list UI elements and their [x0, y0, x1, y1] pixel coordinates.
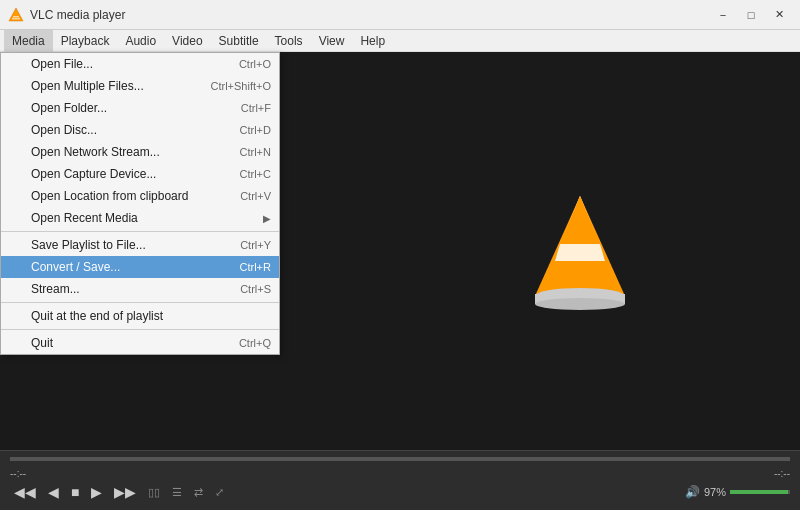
- menu-separator: [1, 231, 279, 232]
- menu-item-open-multiple-files---[interactable]: Open Multiple Files...Ctrl+Shift+O: [1, 75, 279, 97]
- shortcut-label: Ctrl+O: [239, 58, 271, 70]
- shortcut-label: Ctrl+V: [240, 190, 271, 202]
- prev-button[interactable]: ◀: [44, 483, 63, 501]
- total-time: --:--: [774, 468, 790, 479]
- seekbar[interactable]: --:-- --:--: [10, 457, 790, 461]
- menu-item-open-capture-device---[interactable]: Open Capture Device...Ctrl+C: [1, 163, 279, 185]
- shortcut-label: Ctrl+C: [240, 168, 271, 180]
- menu-item-open-file---[interactable]: Open File...Ctrl+O: [1, 53, 279, 75]
- volume-slider[interactable]: [730, 490, 790, 494]
- volume-area: 🔊 97%: [685, 485, 790, 499]
- shortcut-label: Ctrl+Y: [240, 239, 271, 251]
- frame-button[interactable]: ▯▯: [144, 484, 164, 501]
- menu-item-stream---[interactable]: Stream...Ctrl+S: [1, 278, 279, 300]
- clipboard-icon: [9, 188, 25, 204]
- menu-item-save-playlist-to-file---[interactable]: Save Playlist to File...Ctrl+Y: [1, 234, 279, 256]
- menu-item-open-disc---[interactable]: Open Disc...Ctrl+D: [1, 119, 279, 141]
- svg-rect-1: [13, 16, 19, 18]
- vlc-icon: [8, 7, 24, 23]
- menu-item-label: Open Network Stream...: [31, 145, 160, 159]
- shortcut-label: Ctrl+S: [240, 283, 271, 295]
- main-content: Open File...Ctrl+OOpen Multiple Files...…: [0, 52, 800, 450]
- menu-item-label: Stream...: [31, 282, 80, 296]
- menubar-item-media[interactable]: Media: [4, 30, 53, 52]
- prev-chapter-button[interactable]: ◀◀: [10, 483, 40, 501]
- menu-item-open-folder---[interactable]: Open Folder...Ctrl+F: [1, 97, 279, 119]
- titlebar: VLC media player − □ ✕: [0, 0, 800, 30]
- shortcut-label: Ctrl+Shift+O: [210, 80, 271, 92]
- menu-item-label: Open File...: [31, 57, 93, 71]
- volume-fill: [730, 490, 788, 494]
- stream-icon: [9, 281, 25, 297]
- svg-marker-7: [552, 261, 608, 271]
- files-icon: [9, 78, 25, 94]
- svg-point-10: [535, 298, 625, 310]
- menu-item-open-location-from-clipboard[interactable]: Open Location from clipboardCtrl+V: [1, 185, 279, 207]
- menu-item-label: Open Recent Media: [31, 211, 138, 225]
- playlist-button[interactable]: ☰: [168, 484, 186, 501]
- menu-item-label: Open Capture Device...: [31, 167, 156, 181]
- shortcut-label: Ctrl+N: [240, 146, 271, 158]
- shortcut-label: Ctrl+R: [240, 261, 271, 273]
- close-button[interactable]: ✕: [766, 4, 792, 26]
- play-button[interactable]: ▶: [87, 483, 106, 501]
- menubar: MediaPlaybackAudioVideoSubtitleToolsView…: [0, 30, 800, 52]
- capture-icon: [9, 166, 25, 182]
- random-button[interactable]: ⤢: [211, 484, 228, 501]
- transport-controls: ◀◀ ◀ ■ ▶ ▶▶ ▯▯ ☰ ⇄ ⤢ 🔊 97%: [0, 479, 800, 501]
- menu-item-open-network-stream---[interactable]: Open Network Stream...Ctrl+N: [1, 141, 279, 163]
- menu-item-open-recent-media[interactable]: Open Recent Media▶: [1, 207, 279, 229]
- recent-icon: [9, 210, 25, 226]
- menu-item-quit-at-the-end-of-playlist[interactable]: Quit at the end of playlist: [1, 305, 279, 327]
- submenu-arrow: ▶: [263, 213, 271, 224]
- menubar-item-audio[interactable]: Audio: [117, 30, 164, 52]
- stop-button[interactable]: ■: [67, 483, 83, 501]
- menu-item-label: Quit at the end of playlist: [31, 309, 163, 323]
- menu-item-label: Save Playlist to File...: [31, 238, 146, 252]
- menu-item-label: Convert / Save...: [31, 260, 120, 274]
- save-icon: [9, 237, 25, 253]
- network-icon: [9, 144, 25, 160]
- vlc-logo: [520, 186, 640, 316]
- file-icon: [9, 56, 25, 72]
- svg-marker-5: [560, 196, 600, 244]
- menubar-item-help[interactable]: Help: [352, 30, 393, 52]
- current-time: --:--: [10, 468, 26, 479]
- controls-bar: --:-- --:-- ◀◀ ◀ ■ ▶ ▶▶ ▯▯ ☰ ⇄ ⤢ 🔊 97%: [0, 450, 800, 510]
- shortcut-label: Ctrl+D: [240, 124, 271, 136]
- next-button[interactable]: ▶▶: [110, 483, 140, 501]
- menu-item-label: Open Folder...: [31, 101, 107, 115]
- window-title: VLC media player: [30, 8, 710, 22]
- window-controls: − □ ✕: [710, 4, 792, 26]
- menu-item-convert---save---[interactable]: Convert / Save...Ctrl+R: [1, 256, 279, 278]
- volume-label: 97%: [704, 486, 726, 498]
- menu-item-quit[interactable]: QuitCtrl+Q: [1, 332, 279, 354]
- menubar-item-view[interactable]: View: [311, 30, 353, 52]
- media-dropdown: Open File...Ctrl+OOpen Multiple Files...…: [0, 52, 280, 355]
- svg-marker-6: [555, 244, 605, 261]
- menu-separator: [1, 302, 279, 303]
- shortcut-label: Ctrl+Q: [239, 337, 271, 349]
- menu-item-label: Open Location from clipboard: [31, 189, 188, 203]
- menubar-item-subtitle[interactable]: Subtitle: [211, 30, 267, 52]
- shortcut-label: Ctrl+F: [241, 102, 271, 114]
- loop-button[interactable]: ⇄: [190, 484, 207, 501]
- maximize-button[interactable]: □: [738, 4, 764, 26]
- folder-icon: [9, 100, 25, 116]
- menu-item-label: Open Multiple Files...: [31, 79, 144, 93]
- menu-item-label: Open Disc...: [31, 123, 97, 137]
- disc-icon: [9, 122, 25, 138]
- convert-icon: [9, 259, 25, 275]
- quit-icon: [9, 335, 25, 351]
- svg-rect-2: [12, 18, 20, 20]
- menubar-item-tools[interactable]: Tools: [267, 30, 311, 52]
- volume-icon: 🔊: [685, 485, 700, 499]
- menu-separator: [1, 329, 279, 330]
- menu-item-label: Quit: [31, 336, 53, 350]
- menubar-item-video[interactable]: Video: [164, 30, 210, 52]
- minimize-button[interactable]: −: [710, 4, 736, 26]
- menubar-item-playback[interactable]: Playback: [53, 30, 118, 52]
